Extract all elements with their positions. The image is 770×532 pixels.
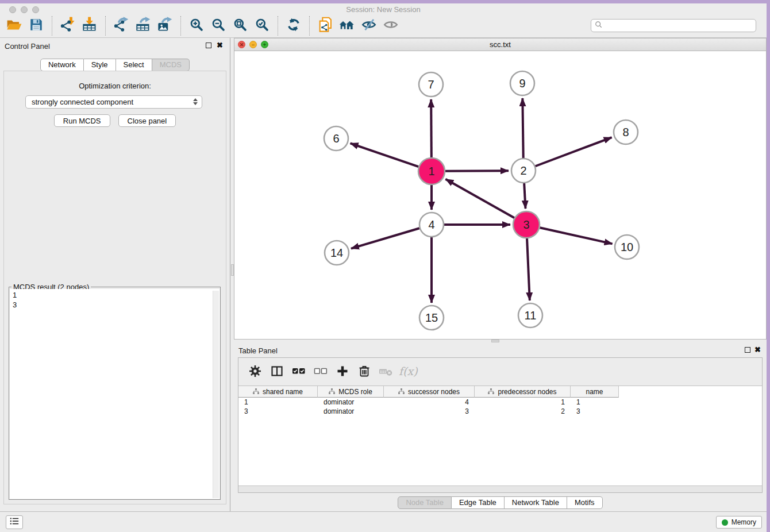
- tab-mcds[interactable]: MCDS: [152, 59, 190, 71]
- control-panel: Control Panel ✖ NetworkStyleSelectMCDS O…: [0, 38, 230, 511]
- hide-selected-button[interactable]: [358, 16, 380, 36]
- float-panel-icon[interactable]: [745, 347, 750, 353]
- show-hidden-button[interactable]: [380, 16, 402, 36]
- graph-node-7[interactable]: 7: [419, 72, 443, 97]
- table-row[interactable]: 1dominator411: [238, 398, 762, 407]
- close-panel-button[interactable]: Close panel: [118, 114, 176, 127]
- table-toolbar: f(x): [238, 358, 762, 385]
- import-network-button[interactable]: [57, 16, 79, 36]
- graph-node-2[interactable]: 2: [511, 159, 536, 183]
- graph-node-4[interactable]: 4: [419, 213, 444, 237]
- mcds-result-list[interactable]: 1 3: [10, 289, 220, 499]
- show-column-panel-button[interactable]: [268, 363, 286, 380]
- close-panel-icon[interactable]: ✖: [217, 41, 223, 49]
- graph-node-1[interactable]: 1: [418, 158, 445, 184]
- deselect-all-columns-button[interactable]: [312, 363, 329, 380]
- graph-node-11[interactable]: 11: [518, 303, 542, 327]
- table-cell[interactable]: 3: [384, 407, 475, 416]
- graph-node-3[interactable]: 3: [513, 211, 540, 238]
- zoom-in-button[interactable]: [186, 16, 207, 36]
- save-session-button[interactable]: [25, 16, 47, 36]
- table-cell[interactable]: 3: [238, 407, 318, 416]
- search-box[interactable]: [591, 19, 756, 32]
- graph-edge-1-7[interactable]: [431, 99, 432, 157]
- export-table-button[interactable]: [132, 16, 154, 36]
- import-table-button[interactable]: [79, 16, 101, 36]
- app-window: Session: New Session Control Panel ✖ Net…: [0, 3, 767, 532]
- add-column-button[interactable]: [334, 363, 351, 380]
- close-panel-icon[interactable]: ✖: [754, 345, 761, 354]
- table-header-row: shared nameMCDS rolesuccessor nodesprede…: [238, 386, 762, 398]
- graph-edge-2-8[interactable]: [536, 137, 612, 166]
- column-header-predecessor-nodes[interactable]: predecessor nodes: [475, 386, 571, 398]
- zoom-selected-button[interactable]: [251, 16, 273, 36]
- graph-node-9[interactable]: 9: [510, 71, 534, 95]
- table-row[interactable]: 3dominator323: [238, 407, 762, 416]
- network-canvas[interactable]: 7968124314101511: [234, 51, 766, 339]
- graph-edge-1-2[interactable]: [445, 171, 509, 171]
- svg-text:6: 6: [333, 132, 339, 145]
- graph-edge-1-6[interactable]: [351, 143, 419, 167]
- memory-button[interactable]: Memory: [716, 516, 762, 529]
- zoom-fit-content-button[interactable]: [229, 16, 251, 36]
- delete-column-button[interactable]: [356, 363, 373, 380]
- graph-node-15[interactable]: 15: [419, 306, 444, 330]
- column-header-mcds-role[interactable]: MCDS role: [318, 386, 384, 398]
- first-neighbors-button[interactable]: [336, 16, 358, 36]
- graph-edge-4-14[interactable]: [351, 228, 419, 248]
- float-panel-icon[interactable]: [206, 43, 211, 48]
- tab-motifs[interactable]: Motifs: [567, 496, 603, 509]
- function-builder-button: f(x): [399, 363, 417, 380]
- table-cell[interactable]: 3: [571, 407, 619, 416]
- clone-network-button[interactable]: [314, 16, 336, 36]
- task-history-button[interactable]: [6, 515, 23, 529]
- zoom-out-button[interactable]: [207, 16, 229, 36]
- tab-edge-table[interactable]: Edge Table: [452, 496, 505, 509]
- tab-style[interactable]: Style: [84, 59, 116, 71]
- graph-edge-3-11[interactable]: [527, 238, 530, 300]
- panel-split-divider[interactable]: [230, 38, 234, 511]
- zoom-fit-icon: [233, 17, 248, 34]
- column-header-successor-nodes[interactable]: successor nodes: [384, 386, 475, 398]
- table-cell[interactable]: 1: [475, 398, 571, 407]
- tab-network-table[interactable]: Network Table: [505, 496, 567, 509]
- select-all-columns-button[interactable]: [290, 363, 307, 380]
- column-tree-icon: [329, 388, 335, 396]
- table-horizontal-scrollbar[interactable]: [238, 485, 762, 492]
- search-input[interactable]: [603, 22, 752, 30]
- graph-edge-3-1[interactable]: [445, 179, 514, 218]
- svg-text:10: 10: [621, 241, 633, 253]
- table-cell[interactable]: dominator: [318, 398, 384, 407]
- export-network-button[interactable]: [110, 16, 132, 36]
- graph-edge-2-3[interactable]: [524, 183, 525, 209]
- table-cell[interactable]: 2: [475, 407, 571, 416]
- open-session-button[interactable]: [3, 16, 25, 36]
- table-cell[interactable]: 1: [238, 398, 318, 407]
- optimization-criterion-dropdown[interactable]: strongly connected component: [25, 95, 202, 109]
- column-header-shared-name[interactable]: shared name: [238, 386, 318, 398]
- table-cell[interactable]: dominator: [318, 407, 384, 416]
- network-window-title: scc.txt: [234, 40, 766, 49]
- graph-edge-3-10[interactable]: [540, 228, 612, 244]
- graph-node-10[interactable]: 10: [615, 235, 639, 259]
- tab-select[interactable]: Select: [116, 59, 152, 71]
- refresh-view-button[interactable]: [283, 16, 305, 36]
- graph-node-14[interactable]: 14: [325, 241, 349, 265]
- search-icon: [595, 21, 603, 31]
- export-image-button[interactable]: [154, 16, 176, 36]
- column-header-name[interactable]: name: [571, 386, 619, 398]
- tab-network[interactable]: Network: [40, 59, 84, 71]
- run-mcds-button[interactable]: Run MCDS: [54, 114, 110, 127]
- table-cell[interactable]: 1: [571, 398, 619, 407]
- gear-icon: [248, 364, 262, 380]
- graph-node-6[interactable]: 6: [324, 126, 348, 151]
- table-cell[interactable]: 4: [384, 398, 475, 407]
- column-tree-icon: [488, 388, 494, 396]
- graph-node-8[interactable]: 8: [614, 120, 638, 144]
- graph-edge-2-9[interactable]: [522, 98, 523, 158]
- tab-node-table[interactable]: Node Table: [398, 496, 452, 509]
- table-options-button[interactable]: [247, 363, 264, 380]
- result-scrollbar-track[interactable]: [213, 291, 219, 498]
- first-neighbors-icon: [338, 17, 356, 34]
- svg-text:2: 2: [520, 164, 526, 177]
